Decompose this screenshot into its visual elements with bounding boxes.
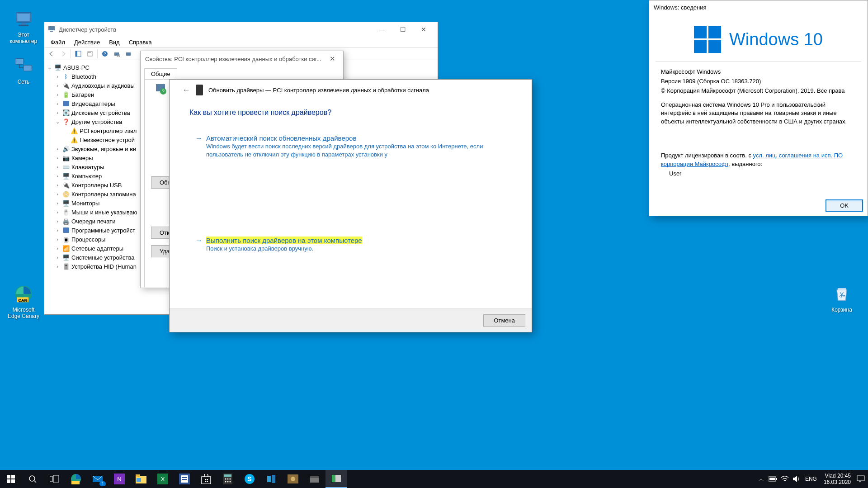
taskbar-skype[interactable]: S <box>239 470 260 488</box>
tb-fwd-icon[interactable] <box>58 48 69 59</box>
option-desc: Поиск и установка драйверов вручную. <box>206 245 506 253</box>
taskbar-store[interactable] <box>195 470 217 488</box>
taskbar-edge[interactable] <box>65 470 87 488</box>
taskbar-onenote[interactable]: N <box>108 470 130 488</box>
taskbar-explorer[interactable] <box>130 470 152 488</box>
camera-icon: 📷 <box>62 154 70 161</box>
device-icon <box>196 85 203 95</box>
version-build: Версия 1909 (Сборка ОС 18363.720) <box>661 77 856 86</box>
svg-rect-67 <box>310 476 319 478</box>
bluetooth-icon: ᛒ <box>62 73 70 80</box>
search-button[interactable] <box>22 470 43 488</box>
windows-logo-icon <box>694 26 721 53</box>
svg-point-55 <box>227 479 229 480</box>
taskbar-app2[interactable] <box>282 470 304 488</box>
tray-battery-icon[interactable] <box>768 470 778 488</box>
tray-chevron-icon[interactable]: ︿ <box>756 470 767 488</box>
tb-back-icon[interactable] <box>46 48 57 59</box>
ok-button[interactable]: OK <box>826 199 863 212</box>
svg-rect-72 <box>776 478 777 480</box>
svg-point-58 <box>227 481 229 483</box>
svg-rect-13 <box>75 51 77 57</box>
tb-show-icon[interactable] <box>73 48 84 59</box>
tb-tree-icon[interactable] <box>123 48 134 59</box>
taskbar-app1[interactable] <box>260 470 282 488</box>
svg-rect-34 <box>71 481 80 484</box>
taskbar-word[interactable] <box>174 470 195 488</box>
svg-rect-49 <box>207 479 208 480</box>
svg-rect-71 <box>769 478 775 480</box>
dialog-title: Свойства: PCI контроллер извлечения данн… <box>145 56 321 62</box>
tab-general[interactable]: Общие <box>144 68 177 79</box>
desktop-icon-recycle[interactable]: Корзина <box>825 283 859 313</box>
taskbar-mail[interactable]: 1 <box>87 470 108 488</box>
taskbar-app-active[interactable] <box>326 470 347 488</box>
tray-wifi-icon[interactable] <box>779 470 790 488</box>
titlebar[interactable]: Свойства: PCI контроллер извлечения данн… <box>141 51 343 66</box>
svg-text:?: ? <box>162 89 165 94</box>
menu-file[interactable]: Файл <box>47 38 69 47</box>
network-icon <box>13 55 34 77</box>
svg-rect-32 <box>53 475 59 483</box>
svg-text:X: X <box>161 476 165 483</box>
desktop-icon-network[interactable]: Сеть <box>6 55 41 85</box>
titlebar[interactable]: Windows: сведения <box>649 0 868 14</box>
menu-view[interactable]: Вид <box>105 38 123 47</box>
taskbar-excel[interactable]: X <box>152 470 174 488</box>
computer-icon: 🖥️ <box>62 172 70 180</box>
desktop-icon-this-pc[interactable]: Этот компьютер <box>6 8 41 44</box>
label: Microsoft Edge Canary <box>8 307 39 319</box>
taskbar-app3[interactable] <box>304 470 326 488</box>
option-title: Автоматический поиск обновленных драйвер… <box>206 134 356 142</box>
svg-line-30 <box>34 481 36 483</box>
mail-badge: 1 <box>99 481 106 486</box>
close-button[interactable]: ✕ <box>326 55 339 63</box>
computer-icon: 🖥️ <box>54 64 61 71</box>
label: Корзина <box>831 307 852 313</box>
svg-rect-73 <box>857 476 864 481</box>
window-title: Диспетчер устройств <box>59 26 368 33</box>
svg-rect-48 <box>205 479 206 480</box>
cancel-button[interactable]: Отмена <box>483 314 525 327</box>
option-desc: Windows будет вести поиск последних верс… <box>206 142 506 159</box>
tb-help-icon[interactable]: ? <box>99 48 110 59</box>
desktop-icon-edge[interactable]: CAN Microsoft Edge Canary <box>6 283 41 319</box>
sound-icon: 🔊 <box>62 145 70 152</box>
svg-rect-31 <box>50 476 52 482</box>
tb-scan-icon[interactable] <box>111 48 122 59</box>
warning-icon: ⚠️ <box>71 136 78 143</box>
svg-point-54 <box>225 479 226 480</box>
taskview-button[interactable] <box>43 470 65 488</box>
close-button[interactable]: ✕ <box>413 23 434 36</box>
display-adapter-icon <box>62 100 70 107</box>
wizard-heading: Как вы хотите провести поиск драйверов? <box>189 109 512 117</box>
back-button[interactable]: ← <box>182 85 190 95</box>
titlebar[interactable]: Диспетчер устройств — ☐ ✕ <box>44 22 438 37</box>
tray-language[interactable]: ENG <box>803 470 819 488</box>
menu-action[interactable]: Действие <box>71 38 104 47</box>
option-auto-search[interactable]: →Автоматический поиск обновленных драйве… <box>189 129 512 164</box>
maximize-button[interactable]: ☐ <box>392 23 413 36</box>
battery-icon: 🔋 <box>62 91 70 98</box>
svg-rect-26 <box>11 475 15 479</box>
software-device-icon <box>62 227 70 234</box>
svg-point-29 <box>29 476 35 481</box>
svg-point-57 <box>225 481 226 483</box>
tray-volume-icon[interactable] <box>791 470 802 488</box>
svg-rect-40 <box>137 478 141 482</box>
label: Сеть <box>18 79 30 85</box>
brand-row: Windows 10 <box>649 14 868 61</box>
svg-text:S: S <box>247 475 251 483</box>
taskbar-calculator[interactable] <box>217 470 239 488</box>
minimize-button[interactable]: — <box>372 23 392 36</box>
disk-icon: 💽 <box>62 109 70 116</box>
tb-props-icon[interactable] <box>85 48 95 59</box>
tray-clock[interactable]: Vlad 20:45 16.03.2020 <box>820 473 854 486</box>
tray-notifications-icon[interactable] <box>855 470 866 488</box>
option-browse-computer[interactable]: →Выполнить поиск драйверов на этом компь… <box>189 232 512 258</box>
svg-rect-4 <box>15 59 24 65</box>
start-button[interactable] <box>0 470 22 488</box>
menu-help[interactable]: Справка <box>125 38 156 47</box>
info-block: Майкрософт Windows Версия 1909 (Сборка О… <box>649 62 868 185</box>
svg-rect-2 <box>21 23 26 25</box>
